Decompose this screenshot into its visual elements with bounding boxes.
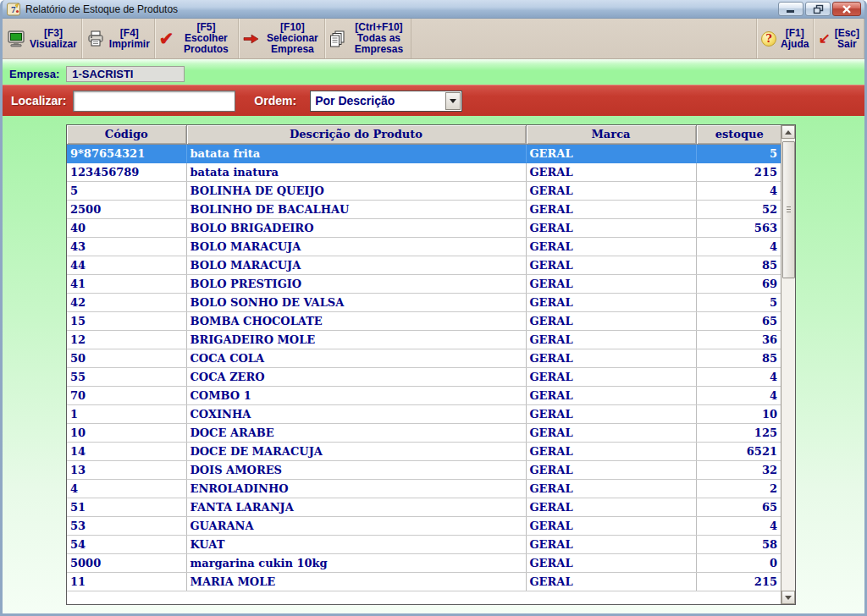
todas-empresas-label: Todas as Empresas xyxy=(351,33,406,55)
cell-codigo: 10 xyxy=(67,423,186,442)
cell-estoque: 4 xyxy=(696,386,781,404)
table-row[interactable]: 2500BOLINHO DE BACALHAUGERAL52 xyxy=(67,200,781,218)
arrow-down-icon xyxy=(785,596,792,600)
visualizar-button[interactable]: [F3] Visualizar xyxy=(3,19,82,58)
cell-codigo: 11 xyxy=(67,572,186,591)
cell-estoque: 0 xyxy=(696,553,781,572)
escolher-produtos-button[interactable]: ✔ [F5] Escolher Produtos xyxy=(155,19,240,58)
table-row[interactable]: 44BOLO MARACUJAGERAL85 xyxy=(67,256,781,274)
table-row[interactable]: 51FANTA LARANJAGERAL65 xyxy=(67,498,781,516)
table-row[interactable]: 15BOMBA CHOCOLATEGERAL65 xyxy=(67,311,781,330)
cell-codigo: 12 xyxy=(67,330,186,349)
scroll-up-button[interactable] xyxy=(781,125,795,139)
cell-descricao: BOMBA CHOCOLATE xyxy=(186,311,526,330)
cell-marca: GERAL xyxy=(526,200,696,218)
column-header-marca[interactable]: Marca xyxy=(526,125,696,144)
ajuda-hotkey: [F1] xyxy=(781,28,809,39)
escolher-produtos-label: Escolher Produtos xyxy=(178,33,234,55)
vertical-scrollbar[interactable] xyxy=(781,125,795,604)
cell-descricao: BOLO PRESTIGIO xyxy=(186,274,526,293)
todas-empresas-button[interactable]: [Ctrl+F10] Todas as Empresas xyxy=(325,19,411,58)
table-row[interactable]: 5000margarina cukin 10kgGERAL0 xyxy=(67,553,781,572)
table-row[interactable]: 41BOLO PRESTIGIOGERAL69 xyxy=(67,274,781,293)
table-row[interactable]: 40BOLO BRIGADEIROGERAL563 xyxy=(67,218,781,237)
ordem-label: Ordem: xyxy=(254,94,296,107)
table-row[interactable]: 9*87654321batata fritaGERAL5 xyxy=(67,144,781,162)
ajuda-label: Ajuda xyxy=(781,39,809,50)
cell-descricao: margarina cukin 10kg xyxy=(186,553,526,572)
table-row[interactable]: 12BRIGADEIRO MOLEGERAL36 xyxy=(67,330,781,349)
cell-descricao: BOLINHA DE QUEIJO xyxy=(186,181,526,200)
cell-codigo: 70 xyxy=(67,386,186,404)
cell-codigo: 44 xyxy=(67,256,186,274)
minimize-button[interactable] xyxy=(778,2,803,16)
table-row[interactable]: 43BOLO MARACUJAGERAL4 xyxy=(67,237,781,256)
sair-label: Sair xyxy=(835,39,859,50)
empresa-label: Empresa: xyxy=(9,68,59,80)
restore-button[interactable] xyxy=(805,2,831,16)
arrow-right-icon xyxy=(243,32,260,46)
cell-codigo: 2500 xyxy=(67,200,186,218)
empresa-value: 1-SACRISTI xyxy=(66,66,185,82)
cell-codigo: 9*87654321 xyxy=(67,144,186,162)
cell-descricao: KUAT xyxy=(186,535,526,553)
table-row[interactable]: 10DOCE ARABEGERAL125 xyxy=(67,423,781,442)
table-row[interactable]: 70COMBO 1GERAL4 xyxy=(67,386,781,404)
imprimir-button[interactable]: [F4] Imprimir xyxy=(82,19,155,58)
cell-descricao: DOCE DE MARACUJA xyxy=(186,442,526,460)
cell-descricao: COXINHA xyxy=(186,404,526,423)
scroll-down-button[interactable] xyxy=(781,591,795,604)
table-row[interactable]: 55COCA ZEROGERAL4 xyxy=(67,367,781,386)
cell-descricao: FANTA LARANJA xyxy=(186,498,526,516)
table-row[interactable]: 1COXINHAGERAL10 xyxy=(67,404,781,423)
cell-descricao: MARIA MOLE xyxy=(186,572,526,591)
cell-marca: GERAL xyxy=(526,181,696,200)
column-header-estoque[interactable]: estoque xyxy=(696,125,781,144)
ajuda-button[interactable]: ? [F1] Ajuda xyxy=(756,19,814,58)
selecionar-empresa-button[interactable]: [F10] Selecionar Empresa xyxy=(239,19,325,58)
cell-marca: GERAL xyxy=(526,330,696,349)
ordem-combobox[interactable]: Por Descrição xyxy=(310,91,462,112)
toolbar: [F3] Visualizar [F4] Imprimir xyxy=(3,19,864,59)
cell-estoque: 2 xyxy=(696,479,781,498)
ordem-dropdown-button[interactable] xyxy=(445,92,461,110)
column-header-descricao[interactable]: Descrição do Produto xyxy=(186,125,526,144)
cell-descricao: BOLO MARACUJA xyxy=(186,256,526,274)
table-row[interactable]: 14DOCE DE MARACUJAGERAL6521 xyxy=(67,442,781,460)
cell-estoque: 4 xyxy=(696,516,781,535)
table-row[interactable]: 123456789batata inaturaGERAL215 xyxy=(67,162,781,181)
scrollbar-thumb[interactable] xyxy=(782,141,795,278)
table-row[interactable]: 50COCA COLAGERAL85 xyxy=(67,349,781,367)
cell-estoque: 4 xyxy=(696,367,781,386)
table-row[interactable]: 13DOIS AMORESGERAL32 xyxy=(67,460,781,479)
visualizar-label: Visualizar xyxy=(30,39,77,50)
monitor-icon xyxy=(7,30,25,47)
cell-codigo: 4 xyxy=(67,479,186,498)
cell-descricao: batata inatura xyxy=(186,162,526,181)
cell-marca: GERAL xyxy=(526,535,696,553)
localizar-input[interactable] xyxy=(73,91,235,112)
table-row[interactable]: 11MARIA MOLEGERAL215 xyxy=(67,572,781,591)
cell-marca: GERAL xyxy=(526,293,696,311)
product-table: Código Descrição do Produto Marca estoqu… xyxy=(66,124,796,605)
column-header-codigo[interactable]: Código xyxy=(67,125,186,144)
cell-estoque: 58 xyxy=(696,535,781,553)
check-icon: ✔ xyxy=(159,30,174,47)
table-row[interactable]: 42BOLO SONHO DE VALSAGERAL5 xyxy=(67,293,781,311)
localizar-label: Localizar: xyxy=(11,94,66,107)
table-row[interactable]: 5BOLINHA DE QUEIJOGERAL4 xyxy=(67,181,781,200)
sair-button[interactable]: ↙ [Esc] Sair xyxy=(814,19,864,58)
cell-estoque: 65 xyxy=(696,498,781,516)
cell-estoque: 215 xyxy=(696,572,781,591)
close-button[interactable] xyxy=(832,2,861,16)
table-row[interactable]: 4ENROLADINHOGERAL2 xyxy=(67,479,781,498)
cell-marca: GERAL xyxy=(526,516,696,535)
cell-codigo: 41 xyxy=(67,274,186,293)
table-row[interactable]: 53GUARANAGERAL4 xyxy=(67,516,781,535)
cell-codigo: 1 xyxy=(67,404,186,423)
minimize-icon xyxy=(786,5,796,14)
cell-descricao: BRIGADEIRO MOLE xyxy=(186,330,526,349)
table-row[interactable]: 54KUATGERAL58 xyxy=(67,535,781,553)
titlebar[interactable]: 7 Relatório de Estoque de Produtos xyxy=(3,0,864,19)
pages-icon xyxy=(329,30,346,47)
